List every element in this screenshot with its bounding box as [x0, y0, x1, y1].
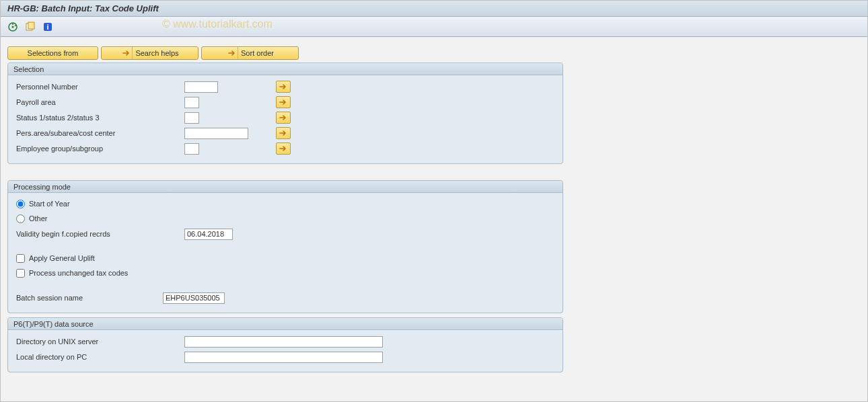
multiple-selection-button[interactable] — [276, 112, 291, 124]
unix-dir-row: Directory on UNIX server — [15, 334, 556, 349]
selections-from-label: Selections from — [28, 49, 79, 57]
sort-order-button[interactable]: Sort order — [201, 46, 299, 60]
selection-groupbox: Selection Personnel Number Payroll area … — [7, 63, 563, 164]
validity-date-input[interactable] — [184, 229, 233, 240]
employee-group-row: Employee group/subgroup — [15, 141, 556, 156]
process-unchanged-checkbox[interactable] — [16, 269, 25, 278]
apply-uplift-row: Apply General Uplift — [15, 251, 556, 265]
validity-label: Validity begin f.copied recrds — [15, 230, 184, 238]
unix-dir-input[interactable] — [184, 336, 383, 348]
processing-header: Processing mode — [8, 181, 563, 193]
validity-row: Validity begin f.copied recrds — [15, 227, 556, 241]
gap — [1, 168, 867, 180]
payroll-area-label: Payroll area — [15, 98, 184, 106]
arrow-right-icon — [120, 47, 133, 59]
datasource-groupbox: P6(T)/P9(T) data source Directory on UNI… — [7, 317, 563, 372]
sort-order-label: Sort order — [241, 49, 274, 57]
process-unchanged-row: Process unchanged tax codes — [15, 266, 556, 280]
datasource-body: Directory on UNIX server Local directory… — [8, 330, 563, 372]
batch-session-label: Batch session name — [15, 294, 163, 302]
search-helps-label: Search helps — [135, 49, 178, 57]
watermark-text: © www.tutorialkart.com — [162, 18, 273, 30]
execute-icon[interactable] — [6, 20, 20, 34]
svg-text:i: i — [46, 23, 48, 31]
local-dir-label: Local directory on PC — [15, 353, 184, 361]
spacer — [1, 37, 867, 46]
other-label: Other — [29, 214, 48, 223]
personnel-number-input[interactable] — [184, 81, 218, 93]
title-bar: HR-GB: Batch Input: Tax Code Uplift — [1, 1, 867, 17]
page-title: HR-GB: Batch Input: Tax Code Uplift — [7, 3, 159, 13]
start-of-year-label: Start of Year — [29, 200, 70, 208]
svg-point-1 — [12, 26, 14, 28]
application-toolbar: Selections from Search helps Sort order — [1, 46, 867, 60]
pers-area-input[interactable] — [184, 128, 248, 139]
employee-group-input[interactable] — [184, 143, 199, 155]
multiple-selection-button[interactable] — [276, 81, 291, 93]
unix-dir-label: Directory on UNIX server — [15, 337, 184, 346]
multiple-selection-button[interactable] — [276, 143, 291, 155]
pers-area-row: Pers.area/subarea/cost center — [15, 126, 556, 140]
apply-uplift-checkbox[interactable] — [16, 254, 25, 263]
process-unchanged-label: Process unchanged tax codes — [29, 269, 128, 277]
personnel-number-label: Personnel Number — [15, 83, 184, 91]
payroll-area-row: Payroll area — [15, 95, 556, 110]
standard-toolbar: i © www.tutorialkart.com — [1, 17, 867, 37]
variant-icon[interactable] — [24, 20, 37, 34]
processing-body: Start of Year Other Validity begin f.cop… — [8, 193, 563, 313]
start-of-year-row: Start of Year — [15, 197, 556, 210]
svg-rect-3 — [28, 22, 34, 29]
status-label: Status 1/status 2/status 3 — [15, 114, 184, 122]
employee-group-label: Employee group/subgroup — [15, 145, 184, 153]
arrow-right-icon — [226, 47, 238, 59]
pers-area-label: Pers.area/subarea/cost center — [15, 129, 184, 137]
apply-uplift-label: Apply General Uplift — [29, 254, 95, 262]
processing-groupbox: Processing mode Start of Year Other Vali… — [7, 180, 563, 313]
status-input[interactable] — [184, 112, 199, 124]
other-row: Other — [15, 212, 556, 225]
datasource-header: P6(T)/P9(T) data source — [8, 318, 563, 330]
gap — [15, 281, 556, 290]
info-icon[interactable]: i — [41, 20, 55, 34]
personnel-number-row: Personnel Number — [15, 79, 556, 94]
batch-session-row: Batch session name — [15, 290, 556, 305]
local-dir-input[interactable] — [184, 352, 383, 363]
local-dir-row: Local directory on PC — [15, 350, 556, 364]
start-of-year-radio[interactable] — [16, 200, 25, 208]
other-radio[interactable] — [16, 214, 25, 223]
status-row: Status 1/status 2/status 3 — [15, 110, 556, 125]
multiple-selection-button[interactable] — [276, 127, 291, 139]
selection-body: Personnel Number Payroll area Status 1/s… — [8, 75, 563, 163]
payroll-area-input[interactable] — [184, 97, 199, 108]
multiple-selection-button[interactable] — [276, 96, 291, 108]
selections-from-button[interactable]: Selections from — [7, 46, 98, 60]
gap — [15, 242, 556, 251]
selection-header: Selection — [8, 63, 563, 75]
batch-session-input[interactable] — [163, 292, 225, 304]
search-helps-button[interactable]: Search helps — [101, 46, 198, 60]
